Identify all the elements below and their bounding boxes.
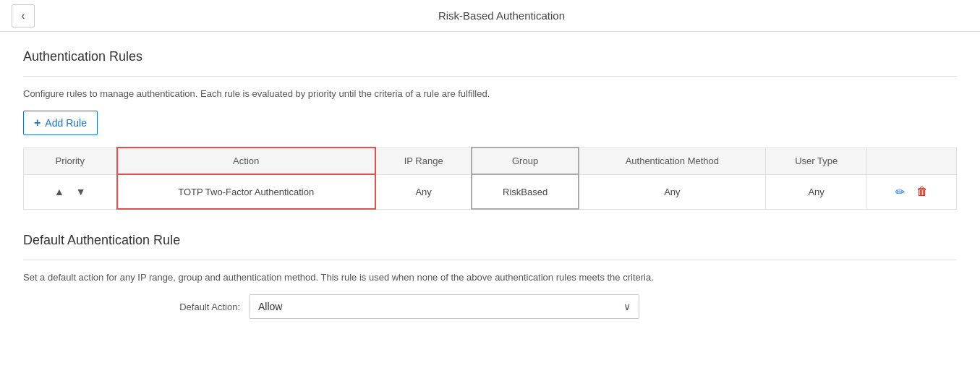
- cell-usertype: Any: [765, 174, 866, 209]
- table-header-row: Priority Action IP Range Group Authentic…: [24, 148, 957, 174]
- edit-button[interactable]: ✏: [894, 184, 906, 200]
- add-rule-button[interactable]: + Add Rule: [23, 111, 98, 135]
- default-auth-description: Set a default action for any IP range, g…: [23, 272, 957, 283]
- edit-icon: ✏: [895, 186, 905, 198]
- page-title: Risk-Based Authentication: [35, 9, 968, 22]
- main-content: Authentication Rules Configure rules to …: [0, 32, 980, 336]
- cell-priority: ▲ ▼: [24, 174, 117, 209]
- cell-action: TOTP Two-Factor Authentication: [117, 174, 375, 209]
- cell-iprange: Any: [375, 174, 472, 209]
- table-row: ▲ ▼ TOTP Two-Factor Authentication Any R…: [24, 174, 957, 209]
- add-rule-label: Add Rule: [45, 117, 87, 129]
- cell-group: RiskBased: [472, 174, 578, 209]
- section-divider-1: [23, 76, 957, 77]
- auth-rules-section: Authentication Rules Configure rules to …: [23, 49, 957, 210]
- default-auth-title: Default Authentication Rule: [23, 233, 957, 248]
- priority-down-button[interactable]: ▼: [73, 184, 89, 199]
- cell-row-actions: ✏ 🗑: [867, 174, 957, 209]
- priority-up-button[interactable]: ▲: [51, 184, 67, 199]
- col-priority-header: Priority: [24, 148, 117, 174]
- auth-rules-description: Configure rules to manage authentication…: [23, 88, 957, 99]
- delete-icon: 🗑: [916, 185, 928, 197]
- delete-button[interactable]: 🗑: [915, 184, 929, 200]
- col-authmethod-header: Authentication Method: [579, 148, 766, 174]
- auth-rules-title: Authentication Rules: [23, 49, 957, 64]
- plus-icon: +: [34, 116, 41, 129]
- back-icon: ‹: [21, 9, 25, 22]
- top-header: ‹ Risk-Based Authentication: [0, 0, 980, 32]
- row-action-icons: ✏ 🗑: [876, 184, 947, 200]
- back-button[interactable]: ‹: [12, 4, 35, 27]
- default-auth-section: Default Authentication Rule Set a defaul…: [23, 233, 957, 319]
- col-iprange-header: IP Range: [375, 148, 472, 174]
- col-usertype-header: User Type: [765, 148, 866, 174]
- default-action-select-wrapper: Allow Deny Challenge ∨: [249, 294, 639, 319]
- default-action-select[interactable]: Allow Deny Challenge: [249, 294, 639, 319]
- rules-table: Priority Action IP Range Group Authentic…: [23, 147, 957, 210]
- section-divider-2: [23, 260, 957, 260]
- col-action-header: Action: [117, 148, 375, 174]
- col-group-header: Group: [472, 148, 578, 174]
- default-action-label: Default Action:: [153, 302, 240, 312]
- default-action-row: Default Action: Allow Deny Challenge ∨: [23, 294, 957, 319]
- cell-authmethod: Any: [579, 174, 766, 209]
- priority-arrows: ▲ ▼: [33, 184, 108, 199]
- col-actions-header: [867, 148, 957, 174]
